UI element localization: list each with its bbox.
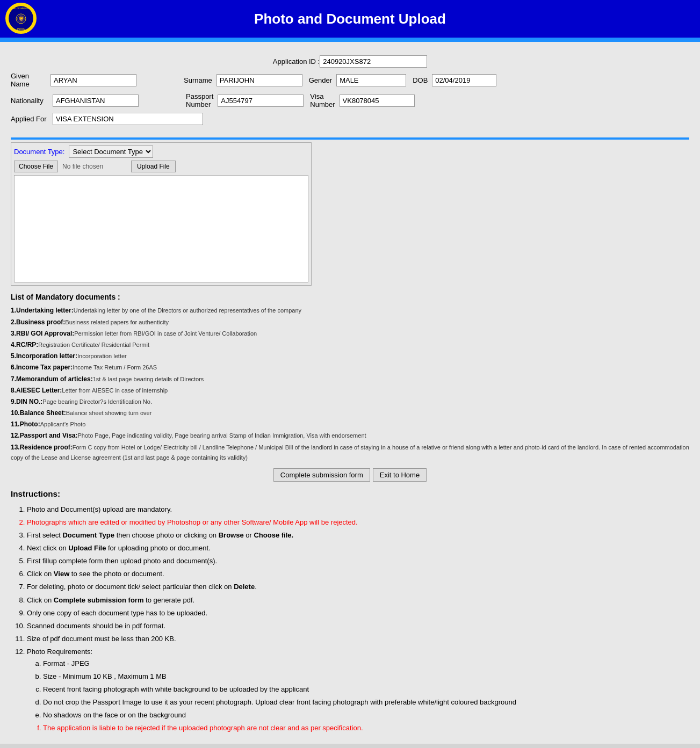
photo-requirement-item: No shadows on the face or on the backgro… [43,709,689,721]
gender-group: Gender [307,74,406,86]
instructions-list: Photo and Document(s) upload are mandato… [11,504,689,735]
svg-text:INDIA: INDIA [17,27,25,31]
applied-for-row: Applied For [11,113,689,125]
mandatory-doc-item: 7.Memorandum of articles:1st & last page… [11,374,689,384]
doc-type-select[interactable]: Select Document Type [69,146,153,158]
nationality-group: Nationality [11,95,139,107]
file-upload-row: Choose File No file chosen Upload File [14,161,308,172]
instruction-item: Only one copy of each document type has … [27,607,689,619]
photo-requirements-list: Format - JPEGSize - Minimum 10 KB , Maxi… [27,658,689,735]
mandatory-docs-list: 1.Undertaking letter:Undertaking letter … [11,306,689,463]
dob-field[interactable] [432,74,496,86]
choose-file-button[interactable]: Choose File [14,161,58,172]
instructions-heading: Instructions: [11,487,689,501]
page-header: INDIA BUREAU OF IMMIGRATION 🦁 Photo and … [0,0,700,38]
instruction-item: Click on View to see the photo or docume… [27,568,689,580]
instruction-item: First select Document Type then choose p… [27,529,689,541]
logo-container: INDIA BUREAU OF IMMIGRATION 🦁 [5,3,37,34]
name-row: GivenName Surname Gender DOB [11,72,689,88]
upload-controls-row: Document Type: Select Document Type [14,146,308,158]
photo-requirement-item: Do not crop the Passport Image to use it… [43,696,689,708]
instruction-item: Size of pdf document must be less than 2… [27,633,689,645]
photo-requirement-item: Recent front facing photograph with whit… [43,684,689,695]
visa-group: VisaNumber [308,92,414,108]
instructions-section: Instructions: Photo and Document(s) uplo… [11,487,689,735]
app-id-label: Application ID : [273,57,320,66]
upload-file-button[interactable]: Upload File [131,161,176,172]
page-title: Photo and Document Upload [254,11,446,27]
app-id-row: Application ID : [11,55,689,68]
complete-submission-button[interactable]: Complete submission form [273,468,370,482]
upload-preview-area [14,175,308,282]
bureau-logo-icon: INDIA BUREAU OF IMMIGRATION 🦁 [7,3,35,34]
upload-section: Document Type: Select Document Type Choo… [11,142,312,286]
mandatory-doc-item: 9.DIN NO.:Page bearing Director?s Identi… [11,397,689,407]
instruction-item: Scanned documents should be in pdf forma… [27,620,689,632]
photo-requirement-item: Size - Minimum 10 KB , Maximum 1 MB [43,671,689,682]
instruction-item: Click on Complete submission form to gen… [27,594,689,606]
visa-label: VisaNumber [310,92,335,108]
instruction-item: Photo and Document(s) upload are mandato… [27,504,689,515]
instruction-item: Photo Requirements:Format - JPEGSize - M… [27,646,689,735]
mandatory-docs-heading: List of Mandatory documents : [11,291,689,303]
mandatory-doc-item: 12.Passport and Visa:Photo Page, Page in… [11,431,689,441]
doc-type-label: Document Type: [14,148,64,156]
instruction-item: First fillup complete form then upload p… [27,555,689,567]
mandatory-doc-item: 6.Income Tax paper:Income Tax Return / F… [11,362,689,373]
mandatory-doc-item: 3.RBI/ GOI Approval:Permission letter fr… [11,329,689,339]
svg-text:🦁: 🦁 [18,16,25,22]
mandatory-doc-item: 2.Business proof:Business related papers… [11,317,689,328]
given-name-field[interactable] [50,74,136,86]
nationality-row: Nationality PassportNumber VisaNumber [11,92,689,108]
mandatory-doc-item: 13.Residence proof:Form C copy from Hote… [11,442,689,463]
file-name-display: No file chosen [62,163,127,170]
visa-field[interactable] [340,95,415,107]
nationality-field[interactable] [53,95,139,107]
mandatory-docs-section: List of Mandatory documents : 1.Undertak… [11,291,689,463]
mandatory-doc-item: 10.Balance Sheet:Balance sheet showing t… [11,408,689,418]
given-name-label: GivenName [11,72,48,88]
mandatory-doc-item: 1.Undertaking letter:Undertaking letter … [11,306,689,316]
surname-label: Surname [184,76,212,84]
passport-group: PassportNumber [186,92,304,108]
mandatory-doc-item: 5.Incorporation letter:Incorporation let… [11,351,689,361]
svg-text:BUREAU OF IMMIGRATION: BUREAU OF IMMIGRATION [7,7,35,10]
applied-for-group: Applied For [11,113,203,125]
action-buttons-row: Complete submission form Exit to Home [11,468,689,482]
passport-label: PassportNumber [186,92,213,108]
blue-divider [0,38,700,42]
photo-requirement-item: Format - JPEG [43,658,689,670]
dob-group: DOB [410,74,496,86]
instruction-item: For deleting, photo or document tick/ se… [27,581,689,593]
surname-group: Surname [184,74,302,86]
gender-label: Gender [309,76,332,84]
mandatory-doc-item: 11.Photo:Applicant's Photo [11,419,689,430]
logo-circle: INDIA BUREAU OF IMMIGRATION 🦁 [5,3,37,34]
given-name-group: GivenName [11,72,136,88]
applied-for-label: Applied For [11,115,48,123]
applied-for-field[interactable] [53,113,203,125]
application-id-field[interactable] [320,55,427,68]
section-divider [11,137,689,140]
main-container: Application ID : GivenName Surname Gende… [0,42,700,744]
photo-requirement-item: The application is liable to be rejected… [43,722,689,734]
instruction-item: Photographs which are edited or modified… [27,517,689,528]
mandatory-doc-item: 4.RC/RP:Registration Certificate/ Reside… [11,340,689,350]
form-section: Application ID : GivenName Surname Gende… [11,50,689,135]
instruction-item: Next click on Upload File for uploading … [27,542,689,554]
exit-home-button[interactable]: Exit to Home [373,468,427,482]
passport-field[interactable] [218,95,304,107]
mandatory-doc-item: 8.AIESEC Letter:Letter from AIESEC in ca… [11,386,689,396]
gender-field[interactable] [336,74,406,86]
dob-label: DOB [413,76,428,84]
nationality-label: Nationality [11,97,48,105]
surname-field[interactable] [217,74,302,86]
